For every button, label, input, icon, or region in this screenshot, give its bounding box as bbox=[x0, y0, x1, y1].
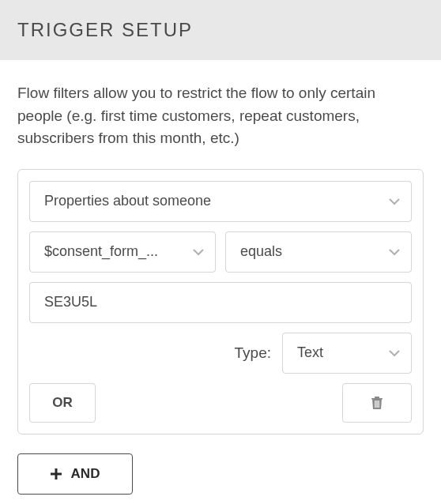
chevron-down-icon bbox=[193, 248, 204, 256]
svg-rect-0 bbox=[375, 397, 379, 398]
or-button[interactable]: OR bbox=[29, 383, 96, 423]
type-select[interactable]: Text bbox=[282, 333, 412, 374]
add-and-button[interactable]: AND bbox=[17, 453, 133, 495]
or-button-label: OR bbox=[52, 395, 73, 411]
type-label: Type: bbox=[235, 344, 271, 362]
chevron-down-icon bbox=[389, 248, 400, 256]
property-scope-select[interactable]: Properties about someone bbox=[29, 181, 412, 222]
svg-rect-2 bbox=[375, 401, 375, 408]
field-name-select[interactable]: $consent_form_... bbox=[29, 231, 216, 273]
description-text: Flow filters allow you to restrict the f… bbox=[0, 60, 441, 169]
value-text: SE3U5L bbox=[44, 294, 97, 310]
svg-rect-6 bbox=[51, 472, 62, 475]
panel-header: TRIGGER SETUP bbox=[0, 0, 441, 60]
trash-icon bbox=[371, 396, 383, 410]
chevron-down-icon bbox=[389, 197, 400, 205]
filter-condition-group: Properties about someone $consent_form_.… bbox=[17, 169, 424, 434]
chevron-down-icon bbox=[389, 349, 400, 357]
plus-icon bbox=[51, 468, 62, 480]
page-title: TRIGGER SETUP bbox=[17, 19, 424, 41]
svg-rect-3 bbox=[376, 401, 377, 408]
value-input[interactable]: SE3U5L bbox=[29, 282, 412, 323]
delete-button[interactable] bbox=[342, 383, 412, 423]
field-name-value: $consent_form_... bbox=[44, 243, 158, 260]
type-value: Text bbox=[297, 344, 323, 361]
svg-rect-4 bbox=[379, 401, 379, 408]
operator-value: equals bbox=[240, 243, 282, 260]
operator-select[interactable]: equals bbox=[225, 231, 412, 273]
add-and-label: AND bbox=[71, 466, 100, 482]
property-scope-value: Properties about someone bbox=[44, 193, 211, 209]
svg-rect-1 bbox=[371, 398, 383, 400]
